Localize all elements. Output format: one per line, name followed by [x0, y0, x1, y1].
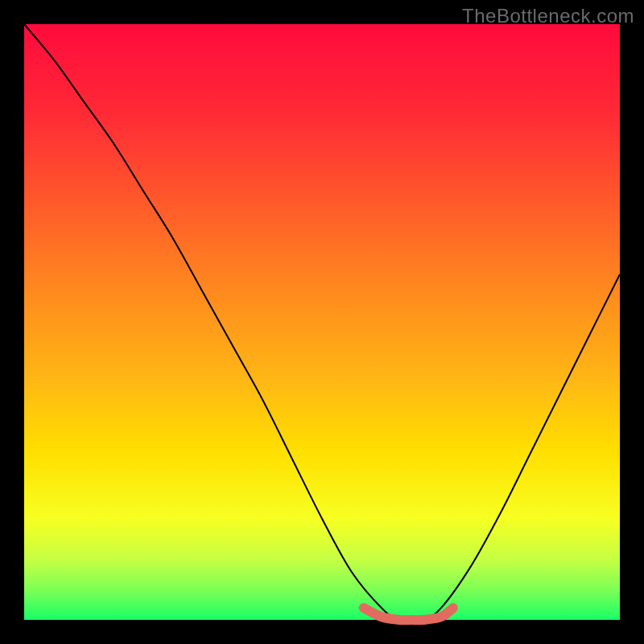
chart-frame: TheBottleneck.com — [0, 0, 644, 644]
watermark-label: TheBottleneck.com — [462, 5, 634, 27]
plot-background — [24, 24, 620, 620]
bottleneck-chart — [0, 0, 644, 644]
